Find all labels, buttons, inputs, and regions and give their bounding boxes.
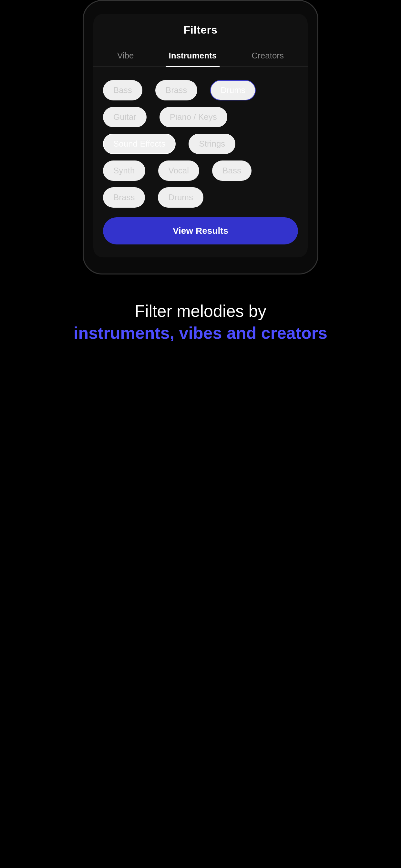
filter-row-5: Brass Drums	[103, 187, 298, 208]
filter-chip-bass2[interactable]: Bass	[212, 160, 251, 181]
filter-chip-brass2[interactable]: Brass	[103, 187, 145, 208]
phone-frame: Filters Vibe Instruments Creators Bass	[83, 0, 318, 275]
filter-chip-strings[interactable]: Strings	[189, 134, 235, 154]
filter-chip-drums2[interactable]: Drums	[158, 187, 204, 208]
bottom-text-regular: Filter melodies by instruments, vibes an…	[73, 300, 328, 344]
filter-row-1: Bass Brass Drums	[103, 80, 298, 100]
filters-rows: Bass Brass Drums Guitar Piano / Keys	[93, 77, 308, 211]
filter-row-3: Sound Effects Strings	[103, 134, 298, 154]
tab-instruments[interactable]: Instruments	[166, 46, 220, 66]
filter-row-2: Guitar Piano / Keys	[103, 107, 298, 127]
filter-chip-drums[interactable]: Drums	[210, 80, 256, 100]
filter-chip-guitar[interactable]: Guitar	[103, 107, 147, 127]
tabs-container: Vibe Instruments Creators	[93, 39, 308, 67]
filter-chip-vocal[interactable]: Vocal	[158, 160, 199, 181]
filter-chip-brass[interactable]: Brass	[155, 80, 197, 100]
modal-container: Filters Vibe Instruments Creators Bass	[93, 14, 308, 257]
filter-chip-sound-effects[interactable]: Sound Effects	[103, 134, 176, 154]
filter-chip-synth[interactable]: Synth	[103, 160, 145, 181]
tab-vibe[interactable]: Vibe	[114, 46, 137, 66]
filter-chip-bass[interactable]: Bass	[103, 80, 143, 100]
bottom-text-bold: instruments, vibes and creators	[73, 323, 328, 342]
filter-row-4: Synth Vocal Bass	[103, 160, 298, 181]
bottom-text-section: Filter melodies by instruments, vibes an…	[48, 300, 353, 344]
tab-creators[interactable]: Creators	[248, 46, 287, 66]
modal-header: Filters	[93, 14, 308, 39]
modal-title: Filters	[100, 24, 301, 36]
view-results-button[interactable]: View Results	[103, 217, 298, 244]
filter-chip-piano-keys[interactable]: Piano / Keys	[159, 107, 227, 127]
phone-container: Filters Vibe Instruments Creators Bass	[83, 0, 318, 275]
